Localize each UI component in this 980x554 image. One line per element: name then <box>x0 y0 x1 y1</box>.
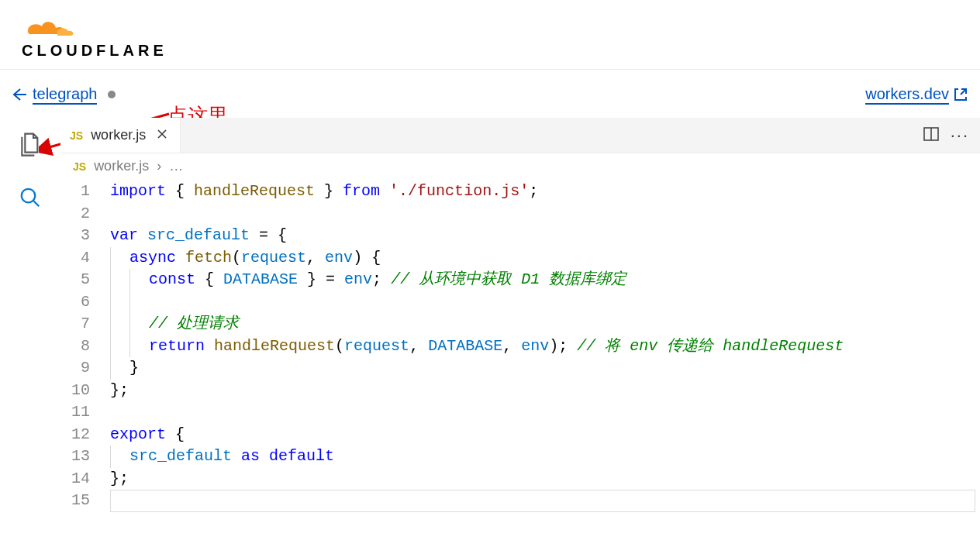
workers-dev-link[interactable]: workers.dev <box>865 85 949 105</box>
code-line[interactable]: }; <box>110 468 980 490</box>
svg-line-2 <box>33 201 40 207</box>
code-line[interactable] <box>110 291 980 314</box>
code-line[interactable]: import { handleRequest } from './functio… <box>110 181 980 203</box>
line-number: 8 <box>60 335 90 358</box>
code-line[interactable] <box>110 490 980 512</box>
line-number: 9 <box>60 357 90 380</box>
line-number: 15 <box>60 490 90 512</box>
breadcrumb[interactable]: JS worker.js › … <box>60 153 980 177</box>
brand-name: CLOUDFLARE <box>22 42 980 60</box>
svg-point-1 <box>22 189 36 203</box>
js-badge-icon: JS <box>73 160 86 173</box>
line-number: 7 <box>60 313 90 335</box>
editor: JS worker.js ··· JS <box>0 118 980 536</box>
files-icon <box>18 132 43 157</box>
code-line[interactable]: export { <box>110 424 980 446</box>
editor-main: JS worker.js ··· JS <box>60 118 980 536</box>
search-button[interactable] <box>19 186 42 212</box>
line-number: 5 <box>60 269 90 291</box>
line-number: 14 <box>60 468 90 490</box>
line-number: 3 <box>60 225 90 247</box>
js-badge-icon: JS <box>70 129 83 142</box>
code-line[interactable] <box>110 401 980 424</box>
tab-bar: JS worker.js ··· <box>60 118 980 153</box>
line-number: 6 <box>60 291 90 314</box>
more-actions-button[interactable]: ··· <box>951 126 969 146</box>
line-number: 10 <box>60 380 90 402</box>
code-line[interactable]: } <box>110 357 980 380</box>
tab-worker-js[interactable]: JS worker.js <box>60 118 181 153</box>
brand-logo <box>22 14 980 39</box>
external-link-icon <box>954 88 968 102</box>
code-line[interactable]: var src_default = { <box>110 225 980 247</box>
nav-row: telegraph workers.dev <box>0 70 980 110</box>
line-number: 11 <box>60 401 90 424</box>
explorer-button[interactable] <box>18 132 43 160</box>
code-line[interactable]: return handleRequest(request, DATABASE, … <box>110 335 980 358</box>
tab-filename: worker.js <box>91 127 146 143</box>
code-line[interactable]: src_default as default <box>110 446 980 468</box>
code-line[interactable] <box>110 203 980 225</box>
workers-dev-label: workers.dev <box>865 85 949 102</box>
unsaved-indicator-icon <box>108 91 116 98</box>
cloudflare-icon <box>22 14 78 39</box>
split-layout-icon <box>923 126 940 143</box>
arrow-left-icon <box>11 87 26 102</box>
line-number: 4 <box>60 247 90 270</box>
close-icon <box>157 129 167 139</box>
line-number: 13 <box>60 446 90 468</box>
line-number: 1 <box>60 181 90 203</box>
line-number-gutter: 123456789101112131415 <box>60 181 110 512</box>
code-line[interactable]: const { DATABASE } = env; // 从环境中获取 D1 数… <box>110 269 980 291</box>
code-area[interactable]: 123456789101112131415 import { handleReq… <box>60 177 980 512</box>
back-link[interactable]: telegraph <box>11 85 97 105</box>
line-number: 12 <box>60 424 90 446</box>
split-editor-button[interactable] <box>923 126 940 146</box>
back-link-label: telegraph <box>33 85 97 105</box>
breadcrumb-separator: › <box>157 158 161 174</box>
page-header: CLOUDFLARE <box>0 0 980 70</box>
tab-close-button[interactable] <box>154 126 171 146</box>
code-line[interactable]: // 处理请求 <box>110 313 980 335</box>
activity-bar <box>0 118 60 536</box>
search-icon <box>19 186 42 209</box>
breadcrumb-filename: worker.js <box>94 158 149 174</box>
code-lines[interactable]: import { handleRequest } from './functio… <box>110 181 980 512</box>
code-line[interactable]: }; <box>110 380 980 402</box>
breadcrumb-more: … <box>169 158 183 174</box>
line-number: 2 <box>60 203 90 225</box>
code-line[interactable]: async fetch(request, env) { <box>110 247 980 270</box>
